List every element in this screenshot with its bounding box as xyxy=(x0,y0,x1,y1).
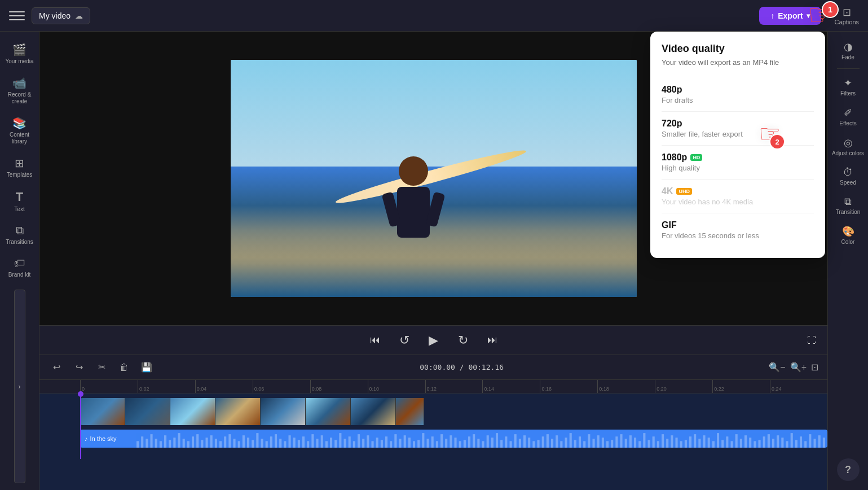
rewind-button[interactable]: ↺ xyxy=(395,331,413,349)
svg-rect-18 xyxy=(219,441,222,448)
sidebar-item-transitions[interactable]: ⧉ Transitions xyxy=(2,220,37,250)
play-button[interactable]: ▶ xyxy=(425,331,443,349)
svg-rect-135 xyxy=(759,440,761,448)
skip-to-start-button[interactable]: ⏮ xyxy=(366,331,384,349)
fullscreen-button[interactable]: ⛶ xyxy=(807,335,816,345)
fit-button[interactable]: ⊡ xyxy=(811,362,818,373)
svg-rect-113 xyxy=(657,441,659,448)
right-item-label: Fade xyxy=(841,54,854,60)
panel-subtitle: Your video will export as an MP4 file xyxy=(662,58,814,67)
svg-rect-66 xyxy=(440,434,443,448)
save-frame-button[interactable]: 💾 xyxy=(139,360,155,375)
right-item-filters[interactable]: ✦ Filters xyxy=(830,72,867,101)
menu-icon[interactable] xyxy=(9,8,25,24)
right-item-label: Speed xyxy=(840,180,856,186)
svg-rect-93 xyxy=(565,438,567,448)
svg-rect-140 xyxy=(781,438,783,448)
quality-option-480p[interactable]: 480p For drafts xyxy=(662,78,814,112)
ruler-marks: 0 0:02 0:04 0:06 0:08 0:10 0:12 0:14 0:1… xyxy=(80,380,827,393)
quality-option-gif[interactable]: GIF For videos 15 seconds or less xyxy=(662,213,814,247)
right-item-effects[interactable]: ✐ Effects xyxy=(830,102,867,131)
video-container xyxy=(231,60,637,297)
help-button[interactable]: ? xyxy=(837,458,860,481)
sidebar-item-text[interactable]: T Text xyxy=(2,185,37,217)
svg-rect-92 xyxy=(560,441,562,448)
svg-rect-63 xyxy=(427,439,429,448)
svg-rect-115 xyxy=(666,439,668,448)
svg-rect-111 xyxy=(648,440,650,448)
svg-rect-36 xyxy=(302,436,305,448)
svg-rect-24 xyxy=(247,438,249,448)
sidebar-item-label: Text xyxy=(14,206,24,213)
right-item-label: Filters xyxy=(840,90,856,97)
svg-rect-71 xyxy=(464,440,466,448)
video-track[interactable] xyxy=(80,398,827,425)
timeline-tracks: ♪ In the sky xyxy=(39,393,827,459)
svg-rect-72 xyxy=(468,436,470,448)
svg-rect-77 xyxy=(491,438,494,448)
color-icon: 🎨 xyxy=(842,225,854,238)
sidebar-item-templates[interactable]: ⊞ Templates xyxy=(2,152,37,183)
ruler-mark: 0:12 xyxy=(425,380,483,393)
cursor-badge-1: 1 xyxy=(822,1,839,18)
ruler-mark: 0:18 xyxy=(597,380,655,393)
library-icon: 📚 xyxy=(12,116,27,130)
sidebar-collapse-button[interactable]: › xyxy=(14,290,25,483)
zoom-out-button[interactable]: 🔍− xyxy=(769,362,785,373)
sidebar-item-content-library[interactable]: 📚 Content library xyxy=(2,112,37,150)
svg-rect-94 xyxy=(570,433,572,448)
svg-rect-42 xyxy=(330,438,332,448)
sidebar-item-brand-kit[interactable]: 🏷 Brand kit xyxy=(2,252,37,283)
right-item-transition[interactable]: ⧉ Transition xyxy=(830,191,867,220)
right-item-label: Color xyxy=(841,239,855,245)
right-item-label: Adjust colors xyxy=(832,150,864,156)
sidebar-item-your-media[interactable]: 🎬 Your media xyxy=(2,38,37,69)
svg-rect-86 xyxy=(532,441,535,448)
audio-track[interactable]: ♪ In the sky xyxy=(80,430,827,448)
svg-rect-45 xyxy=(344,439,346,448)
cursor-indicator-2: ☞ 2 xyxy=(759,121,781,146)
cut-button[interactable]: ✂ xyxy=(94,360,109,375)
timeline-content: 0 0:02 0:04 0:06 0:08 0:10 0:12 0:14 0:1… xyxy=(39,380,827,490)
sidebar-item-record-create[interactable]: 📹 Record &create xyxy=(2,72,37,110)
svg-rect-82 xyxy=(514,434,517,448)
transitions-icon: ⧉ xyxy=(16,224,24,237)
zoom-controls: 🔍− 🔍+ ⊡ xyxy=(769,362,818,373)
svg-rect-40 xyxy=(321,435,323,448)
svg-rect-54 xyxy=(385,436,387,448)
playhead[interactable] xyxy=(80,393,81,459)
svg-rect-81 xyxy=(510,441,512,448)
svg-rect-48 xyxy=(358,434,360,448)
quality-option-720p[interactable]: 720p Smaller file, faster export xyxy=(662,112,814,146)
skip-to-end-button[interactable]: ⏭ xyxy=(483,331,501,349)
svg-rect-47 xyxy=(353,441,355,448)
svg-rect-74 xyxy=(477,439,479,448)
fade-icon: ◑ xyxy=(844,41,853,53)
svg-rect-5 xyxy=(160,441,162,448)
video-thumb xyxy=(170,398,215,425)
svg-rect-91 xyxy=(556,435,558,448)
delete-button[interactable]: 🗑 xyxy=(116,360,132,375)
effects-icon: ✐ xyxy=(844,107,852,119)
audio-track-content[interactable]: ♪ In the sky xyxy=(80,430,827,452)
video-track-content[interactable] xyxy=(80,398,827,427)
upload-icon: ↑ xyxy=(770,11,774,20)
svg-rect-67 xyxy=(445,439,447,448)
svg-rect-59 xyxy=(408,438,411,448)
right-item-fade[interactable]: ◑ Fade xyxy=(830,36,867,65)
right-item-speed[interactable]: ⏱ Speed xyxy=(830,162,867,190)
redo-button[interactable]: ↪ xyxy=(71,360,87,375)
undo-button[interactable]: ↩ xyxy=(49,360,64,375)
topbar: My video ☁ ↑ Export ▾ ⊡ Captions xyxy=(0,0,868,32)
video-quality-panel: Video quality Your video will export as … xyxy=(650,32,825,258)
right-item-color[interactable]: 🎨 Color xyxy=(830,221,867,250)
svg-rect-15 xyxy=(206,438,208,448)
right-item-adjust-colors[interactable]: ◎ Adjust colors xyxy=(830,132,867,161)
quality-option-4k[interactable]: 4K UHD Your video has no 4K media xyxy=(662,180,814,213)
quality-option-1080p[interactable]: 1080p HD High quality xyxy=(662,146,814,180)
ruler-mark: 0 xyxy=(80,380,138,393)
svg-rect-37 xyxy=(307,441,309,448)
zoom-in-button[interactable]: 🔍+ xyxy=(790,362,807,373)
forward-button[interactable]: ↻ xyxy=(454,331,472,349)
video-title[interactable]: My video ☁ xyxy=(32,7,90,24)
